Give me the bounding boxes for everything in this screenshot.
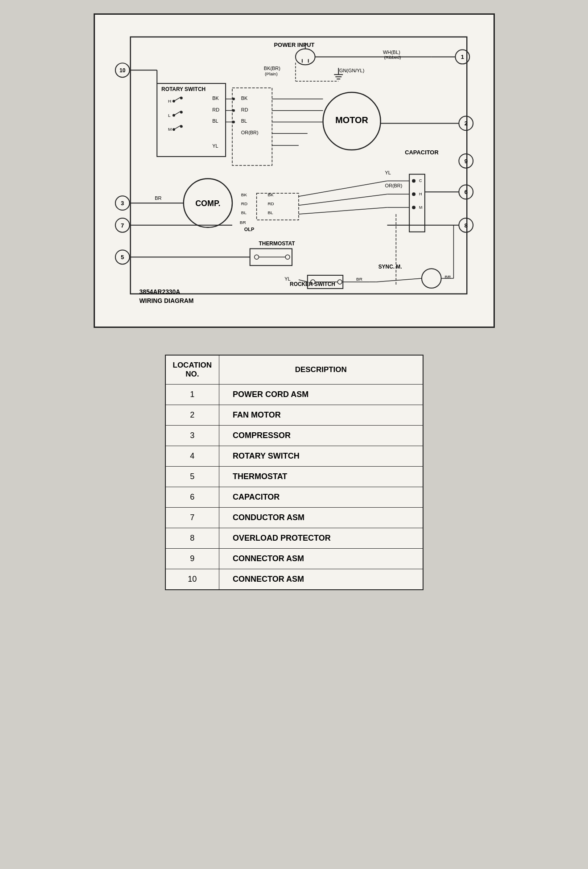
svg-point-23 bbox=[172, 114, 175, 117]
location-number: 5 bbox=[165, 467, 219, 487]
svg-line-105 bbox=[298, 194, 387, 205]
table-row: 8OVERLOAD PROTECTOR bbox=[165, 528, 423, 549]
svg-text:RD: RD bbox=[241, 107, 248, 112]
whbl-label: WH(BL) bbox=[383, 50, 400, 55]
capacitor-diagram-label: CAPACITOR bbox=[405, 149, 439, 156]
description-header: DESCRIPTION bbox=[219, 355, 423, 385]
model-number: 3854AR2330A bbox=[139, 288, 180, 295]
svg-point-80 bbox=[421, 269, 441, 288]
comp-label: COMP. bbox=[195, 199, 220, 208]
description-cell: THERMOSTAT bbox=[219, 467, 423, 487]
svg-line-91 bbox=[376, 278, 421, 282]
svg-text:YL: YL bbox=[385, 170, 391, 175]
wiring-diagram-svg: POWER INPUT 1 WH(BL) (Ribbed) BK(BR) (Pl… bbox=[104, 24, 485, 316]
location-number: 10 bbox=[165, 569, 219, 590]
circle-2: 2 bbox=[464, 120, 467, 127]
svg-line-106 bbox=[298, 207, 387, 214]
table-row: 10CONNECTOR ASM bbox=[165, 569, 423, 590]
table-row: 6CAPACITOR bbox=[165, 487, 423, 508]
location-header: LOCATION NO. bbox=[165, 355, 219, 385]
svg-point-50 bbox=[412, 206, 415, 209]
plain-label: (Plain) bbox=[265, 71, 278, 76]
table-row: 4ROTARY SWITCH bbox=[165, 446, 423, 467]
svg-text:M: M bbox=[168, 127, 171, 132]
svg-point-27 bbox=[180, 125, 182, 128]
svg-point-77 bbox=[285, 255, 290, 259]
svg-point-1 bbox=[295, 49, 315, 65]
circle-9: 9 bbox=[464, 158, 467, 165]
ribbed-label: (Ribbed) bbox=[384, 55, 401, 60]
svg-text:RD: RD bbox=[241, 201, 247, 206]
svg-text:H: H bbox=[419, 192, 422, 196]
circle-6: 6 bbox=[464, 189, 467, 195]
svg-point-24 bbox=[180, 111, 182, 114]
svg-text:BK: BK bbox=[241, 192, 247, 197]
description-cell: POWER CORD ASM bbox=[219, 385, 423, 405]
description-cell: CONDUCTOR ASM bbox=[219, 508, 423, 528]
circle-10: 10 bbox=[119, 67, 126, 74]
location-number: 8 bbox=[165, 528, 219, 549]
location-number: 6 bbox=[165, 487, 219, 508]
location-number: 7 bbox=[165, 508, 219, 528]
svg-text:BK: BK bbox=[241, 95, 247, 101]
location-number: 1 bbox=[165, 385, 219, 405]
circle-7: 7 bbox=[121, 222, 124, 229]
circle-1: 1 bbox=[461, 54, 464, 60]
diagram-title: WIRING DIAGRAM bbox=[139, 297, 193, 304]
bkbr-label: BK(BR) bbox=[263, 66, 280, 71]
svg-text:BR: BR bbox=[155, 195, 161, 201]
svg-text:BL: BL bbox=[241, 118, 247, 124]
svg-text:YL: YL bbox=[284, 276, 290, 281]
description-cell: CAPACITOR bbox=[219, 487, 423, 508]
svg-rect-47 bbox=[409, 174, 425, 232]
parts-table: LOCATION NO. DESCRIPTION 1POWER CORD ASM… bbox=[165, 355, 424, 590]
svg-point-75 bbox=[254, 255, 259, 259]
svg-text:BL: BL bbox=[241, 210, 247, 215]
circle-5: 5 bbox=[121, 254, 124, 261]
svg-text:BL: BL bbox=[212, 118, 218, 124]
svg-point-32 bbox=[232, 98, 234, 100]
table-row: 5THERMOSTAT bbox=[165, 467, 423, 487]
rotary-switch-label: ROTARY SWITCH bbox=[161, 86, 206, 92]
svg-point-20 bbox=[172, 100, 175, 103]
table-row: 9CONNECTOR ASM bbox=[165, 549, 423, 569]
location-number: 2 bbox=[165, 405, 219, 426]
description-cell: COMPRESSOR bbox=[219, 426, 423, 446]
svg-text:L: L bbox=[168, 113, 170, 118]
table-row: 3COMPRESSOR bbox=[165, 426, 423, 446]
syncm-label: SYNC. M. bbox=[378, 264, 402, 270]
svg-point-36 bbox=[232, 109, 234, 112]
svg-text:OR(BR): OR(BR) bbox=[385, 183, 402, 188]
svg-rect-69 bbox=[256, 193, 298, 220]
power-input-label: POWER INPUT bbox=[274, 41, 314, 48]
table-row: 1POWER CORD ASM bbox=[165, 385, 423, 405]
description-cell: CONNECTOR ASM bbox=[219, 569, 423, 590]
table-row: 7CONDUCTOR ASM bbox=[165, 508, 423, 528]
svg-point-48 bbox=[412, 179, 415, 183]
svg-line-104 bbox=[298, 181, 387, 197]
description-cell: ROTARY SWITCH bbox=[219, 446, 423, 467]
svg-text:RD: RD bbox=[212, 107, 219, 112]
description-cell: OVERLOAD PROTECTOR bbox=[219, 528, 423, 549]
table-row: 2FAN MOTOR bbox=[165, 405, 423, 426]
svg-rect-28 bbox=[232, 88, 271, 166]
svg-text:OR(BR): OR(BR) bbox=[241, 130, 258, 135]
svg-point-40 bbox=[232, 120, 234, 123]
svg-text:RD: RD bbox=[267, 201, 274, 206]
gngnyl-label: GN(GN/YL) bbox=[339, 68, 364, 73]
svg-rect-0 bbox=[130, 37, 467, 294]
location-number: 9 bbox=[165, 549, 219, 569]
wiring-diagram: POWER INPUT 1 WH(BL) (Ribbed) BK(BR) (Pl… bbox=[94, 13, 495, 328]
svg-text:BR: BR bbox=[356, 277, 362, 281]
location-number: 3 bbox=[165, 426, 219, 446]
location-number: 4 bbox=[165, 446, 219, 467]
svg-text:H: H bbox=[168, 99, 171, 103]
svg-text:BK: BK bbox=[212, 95, 219, 101]
svg-text:BL: BL bbox=[267, 210, 273, 215]
svg-point-21 bbox=[180, 97, 182, 99]
circle-3: 3 bbox=[121, 200, 124, 207]
thermostat-label: THERMOSTAT bbox=[259, 240, 295, 247]
circle-8: 8 bbox=[464, 222, 467, 229]
svg-text:BR: BR bbox=[239, 220, 246, 225]
svg-point-49 bbox=[412, 192, 415, 196]
